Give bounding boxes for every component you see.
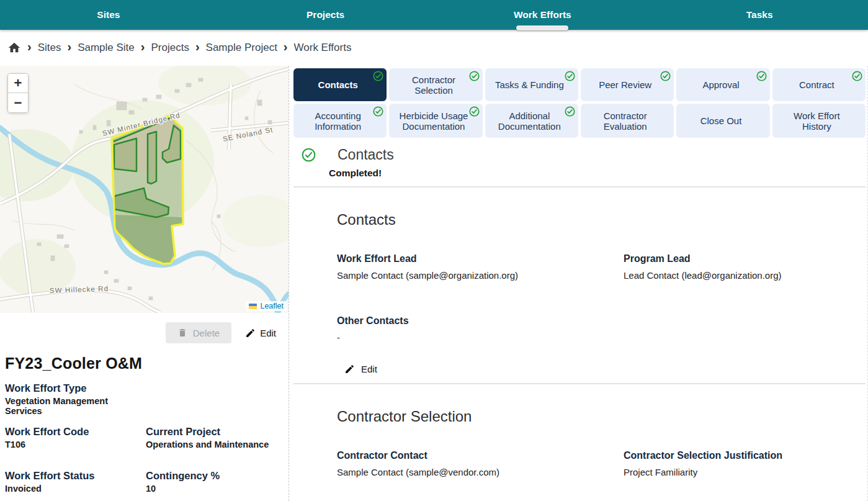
contractor-selection-section: Contractor Selection Contractor Contact … xyxy=(293,408,866,477)
trash-icon xyxy=(177,327,187,338)
tab-accounting-information[interactable]: Accounting Information xyxy=(293,104,387,138)
nav-item-sites[interactable]: Sites xyxy=(0,0,217,30)
field-value-contractor-contact: Sample Contact (sample@vendor.com) xyxy=(337,467,624,477)
pencil-icon xyxy=(245,328,256,338)
map-canvas: SW Minter Bridge Rd SE Noland St SW Hill… xyxy=(0,66,289,313)
check-circle-icon xyxy=(852,71,862,81)
breadcrumb-sites[interactable]: Sites xyxy=(38,42,61,54)
work-effort-details: Work Effort Type Vegetation Management S… xyxy=(5,372,289,501)
chevron-right-icon: › xyxy=(141,40,145,54)
check-circle-icon xyxy=(373,71,383,81)
section-divider xyxy=(293,383,866,384)
check-circle-icon xyxy=(469,71,480,81)
field-label-other-contacts: Other Contacts xyxy=(337,315,866,327)
work-effort-side-panel: SW Minter Bridge Rd SE Noland St SW Hill… xyxy=(0,66,289,501)
field-label-contractor-selection-justification: Contractor Selection Justification xyxy=(624,450,866,461)
tab-contractor-evaluation[interactable]: Contractor Evaluation xyxy=(581,104,674,138)
field-value-work-effort-lead: Sample Contact (sample@organization.org) xyxy=(337,270,624,281)
leaflet-map[interactable]: SW Minter Bridge Rd SE Noland St SW Hill… xyxy=(0,66,289,313)
active-tab-indicator xyxy=(516,25,568,30)
zoom-in-button[interactable]: + xyxy=(8,74,28,93)
tab-additional-documentation[interactable]: Additional Documentation xyxy=(485,104,578,138)
field-label-program-lead: Program Lead xyxy=(624,253,866,264)
top-nav: Sites Projects Work Efforts Tasks xyxy=(0,0,868,30)
breadcrumb-projects[interactable]: Projects xyxy=(151,42,189,54)
tab-contacts[interactable]: Contacts xyxy=(293,68,387,101)
tab-peer-review[interactable]: Peer Review xyxy=(581,68,674,101)
breadcrumb-work-efforts[interactable]: Work Efforts xyxy=(294,42,352,54)
check-circle-icon xyxy=(565,71,575,81)
field-label-work-effort-status: Work Effort Status xyxy=(5,470,146,482)
tab-approval[interactable]: Approval xyxy=(676,68,769,101)
check-circle-icon xyxy=(469,106,480,117)
tab-tasks-funding[interactable]: Tasks & Funding xyxy=(485,68,578,101)
edit-work-effort-button[interactable]: Edit xyxy=(245,328,276,338)
work-effort-title: FY23_Cooler O&M xyxy=(5,354,289,372)
nav-item-tasks[interactable]: Tasks xyxy=(651,0,868,30)
home-icon[interactable] xyxy=(7,41,21,55)
field-value-work-effort-status: Invoiced xyxy=(5,484,146,494)
check-circle-icon xyxy=(373,106,383,117)
tab-contractor-selection[interactable]: Contractor Selection xyxy=(389,68,482,101)
status-section-title: Contacts xyxy=(338,147,394,163)
tab-herbicide-usage-documentation[interactable]: Herbicide Usage Documentation xyxy=(389,104,482,138)
field-label-work-effort-lead: Work Effort Lead xyxy=(337,253,624,264)
field-label-work-effort-code: Work Effort Code xyxy=(5,426,146,438)
check-circle-icon xyxy=(756,71,767,81)
field-value-work-effort-type: Vegetation Management Services xyxy=(5,396,146,416)
section-status-panel: Contacts Completed! xyxy=(293,138,866,187)
edit-contacts-button[interactable]: Edit xyxy=(344,364,377,374)
chevron-right-icon: › xyxy=(27,40,32,54)
tab-work-effort-history[interactable]: Work Effort History xyxy=(772,104,866,138)
field-value-contingency: 10 xyxy=(146,484,289,494)
check-circle-icon xyxy=(660,71,671,81)
tab-contract[interactable]: Contract xyxy=(772,68,866,101)
section-tabs: Contacts Contractor Selection Tasks & Fu… xyxy=(293,68,866,138)
field-label-contractor-contact: Contractor Contact xyxy=(337,450,624,461)
nav-item-projects[interactable]: Projects xyxy=(217,0,434,30)
field-label-work-effort-type: Work Effort Type xyxy=(5,382,146,394)
status-message: Completed! xyxy=(329,168,866,179)
breadcrumb-sample-site[interactable]: Sample Site xyxy=(78,42,135,54)
tab-close-out[interactable]: Close Out xyxy=(676,104,769,138)
check-circle-icon xyxy=(565,106,575,117)
field-value-other-contacts: - xyxy=(337,332,866,343)
map-zoom-control: + − xyxy=(7,73,29,113)
contractor-selection-title: Contractor Selection xyxy=(337,408,866,425)
field-value-contractor-selection-justification: Project Familiarity xyxy=(624,467,866,477)
contacts-section: Contacts Work Effort Lead Sample Contact… xyxy=(293,211,866,374)
check-circle-icon xyxy=(302,148,316,162)
ukraine-flag-icon xyxy=(249,304,257,309)
nav-item-work-efforts[interactable]: Work Efforts xyxy=(434,0,651,30)
field-value-work-effort-code: T106 xyxy=(5,440,146,449)
field-value-program-lead: Lead Contact (lead@organization.org) xyxy=(624,270,866,281)
leaflet-attribution[interactable]: Leaflet xyxy=(246,301,287,311)
delete-button[interactable]: Delete xyxy=(166,322,231,343)
contacts-section-title: Contacts xyxy=(337,211,866,228)
zoom-out-button[interactable]: − xyxy=(8,93,28,112)
field-value-current-project: Operations and Maintenance xyxy=(146,440,289,449)
chevron-right-icon: › xyxy=(67,40,71,54)
breadcrumb: › Sites › Sample Site › Projects › Sampl… xyxy=(0,30,868,66)
breadcrumb-sample-project[interactable]: Sample Project xyxy=(206,42,277,54)
field-label-current-project: Current Project xyxy=(146,426,289,438)
chevron-right-icon: › xyxy=(195,40,200,54)
chevron-right-icon: › xyxy=(284,40,288,54)
field-label-contingency: Contingency % xyxy=(146,470,289,482)
pencil-icon xyxy=(344,364,355,374)
work-effort-detail-panel: Contacts Contractor Selection Tasks & Fu… xyxy=(289,66,868,501)
